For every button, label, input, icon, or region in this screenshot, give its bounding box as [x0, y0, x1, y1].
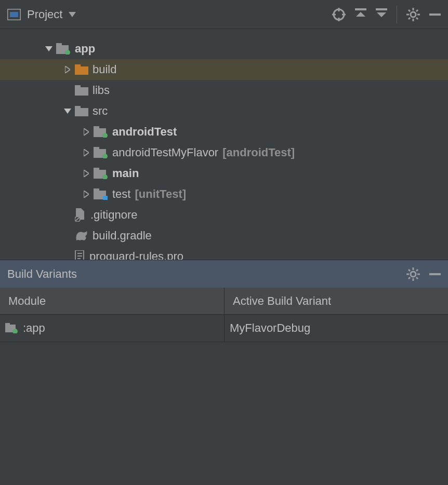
tree-row[interactable]: test[unitTest]: [0, 184, 448, 205]
module-cell[interactable]: :app: [0, 315, 224, 342]
svg-line-17: [409, 18, 410, 19]
tree-row[interactable]: src: [0, 101, 448, 122]
file-text-icon: [75, 250, 85, 260]
file-gradle-icon: [75, 230, 88, 241]
svg-rect-32: [94, 147, 99, 150]
svg-line-54: [416, 277, 418, 279]
svg-rect-23: [75, 64, 81, 68]
variant-value: MyFlavorDebug: [230, 321, 310, 335]
tree-item-label: proguard-rules.pro: [89, 250, 183, 260]
tree-row[interactable]: proguard-rules.pro: [0, 246, 448, 260]
folder-gray-icon: [75, 106, 88, 116]
tree-item-qualifier: [androidTest]: [222, 146, 295, 159]
build-variants-table: Module :app Active Build Variant MyFlavo…: [0, 288, 448, 342]
target-icon[interactable]: [332, 8, 346, 21]
column-header-module[interactable]: Module: [0, 288, 224, 315]
project-toolbar: Project: [0, 0, 448, 29]
svg-rect-26: [75, 108, 88, 116]
svg-rect-57: [429, 273, 441, 275]
tree-item-qualifier: [unitTest]: [135, 187, 186, 201]
svg-rect-24: [75, 87, 88, 96]
svg-rect-22: [75, 66, 88, 75]
svg-rect-27: [75, 106, 81, 109]
svg-rect-35: [94, 168, 99, 171]
tree-item-label: .gitignore: [90, 208, 138, 222]
module-icon: [56, 43, 71, 55]
svg-rect-59: [5, 323, 10, 326]
chevron-down-icon[interactable]: [63, 107, 72, 115]
svg-line-55: [416, 270, 418, 271]
module-icon: [94, 147, 108, 158]
svg-rect-39: [103, 196, 108, 200]
tree-item-label: src: [93, 104, 108, 118]
expand-all-icon[interactable]: [355, 8, 366, 21]
project-tree[interactable]: appbuildlibssrcandroidTestandroidTestMyF…: [0, 29, 448, 260]
file-gitignore-icon: [75, 208, 86, 222]
svg-rect-18: [429, 14, 441, 16]
tree-row[interactable]: app: [0, 38, 448, 59]
tree-item-label: app: [75, 42, 95, 56]
variant-cell[interactable]: MyFlavorDebug: [225, 315, 448, 342]
build-variants-header: Build Variants: [0, 260, 448, 288]
tree-row[interactable]: build: [0, 59, 448, 80]
gear-icon[interactable]: [406, 8, 420, 21]
svg-line-15: [416, 18, 418, 19]
svg-rect-29: [94, 126, 99, 129]
svg-rect-25: [75, 85, 81, 88]
chevron-right-icon[interactable]: [82, 128, 90, 136]
project-view-icon[interactable]: [7, 9, 21, 20]
tree-item-label: build: [93, 63, 116, 76]
module-name: :app: [23, 321, 45, 335]
svg-rect-38: [94, 188, 99, 192]
build-variants-empty-area: [0, 342, 448, 485]
svg-point-48: [411, 272, 416, 277]
svg-rect-20: [56, 43, 62, 46]
tree-item-label: libs: [93, 84, 110, 97]
svg-line-14: [409, 10, 410, 11]
tree-item-label: main: [112, 167, 139, 180]
folder-orange-icon: [75, 64, 88, 75]
tree-item-label: androidTestMyFlavor: [112, 146, 218, 159]
project-panel-title[interactable]: Project: [27, 8, 62, 21]
gear-icon[interactable]: [406, 267, 420, 281]
svg-line-16: [416, 10, 418, 11]
module-icon: [94, 168, 108, 179]
tree-row[interactable]: build.gradle: [0, 225, 448, 246]
tree-row[interactable]: main: [0, 163, 448, 184]
svg-rect-1: [10, 12, 18, 17]
tree-item-label: test: [112, 187, 130, 201]
tree-row-partial[interactable]: [0, 29, 448, 38]
chevron-right-icon[interactable]: [82, 169, 90, 178]
svg-point-9: [411, 12, 416, 17]
chevron-right-icon[interactable]: [82, 190, 90, 198]
tree-row[interactable]: androidTestMyFlavor[androidTest]: [0, 142, 448, 163]
project-dropdown-icon[interactable]: [69, 12, 76, 17]
tree-row[interactable]: .gitignore: [0, 205, 448, 225]
tree-row[interactable]: libs: [0, 80, 448, 101]
collapse-all-icon[interactable]: [376, 8, 387, 21]
svg-line-56: [409, 277, 410, 279]
module-icon: [5, 323, 18, 333]
minimize-icon[interactable]: [429, 267, 441, 281]
module-icon: [94, 126, 108, 138]
svg-line-53: [409, 270, 410, 271]
module-test-icon: [94, 188, 108, 200]
tree-item-label: androidTest: [112, 125, 177, 139]
toolbar-separator: [397, 6, 397, 23]
tree-item-label: build.gradle: [93, 229, 152, 243]
column-header-variant[interactable]: Active Build Variant: [225, 288, 448, 315]
chevron-right-icon[interactable]: [82, 149, 90, 157]
chevron-right-icon[interactable]: [63, 65, 72, 74]
svg-rect-7: [355, 8, 366, 10]
minimize-icon[interactable]: [429, 9, 441, 20]
folder-gray-icon: [75, 85, 88, 96]
chevron-down-icon[interactable]: [45, 45, 53, 53]
build-variants-title: Build Variants: [7, 267, 77, 281]
tree-row[interactable]: androidTest: [0, 122, 448, 142]
svg-rect-8: [376, 8, 387, 10]
